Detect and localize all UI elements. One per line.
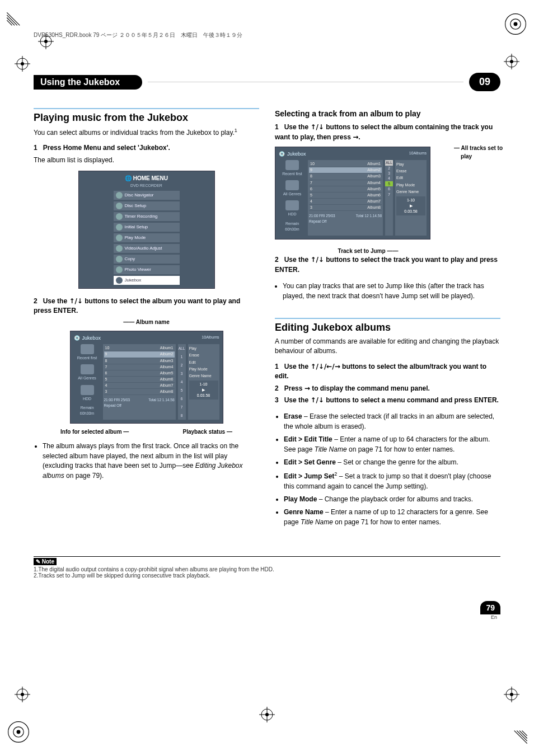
step-2-left: 2 Use the ↑/↓ buttons to select the albu… bbox=[34, 297, 259, 316]
right-column: Selecting a track from an album to play … bbox=[275, 108, 500, 534]
right-step-2: 2 Use the ↑/↓ buttons to select the trac… bbox=[275, 255, 500, 275]
play-icon: ▶ bbox=[202, 388, 205, 392]
right-step-1: 1 Use the ↑/↓ buttons to select the albu… bbox=[275, 123, 500, 142]
genre-icon bbox=[285, 180, 299, 190]
footnote-2: 2.Tracks set to Jump will be skipped dur… bbox=[34, 572, 500, 579]
setup-icon bbox=[116, 224, 123, 231]
book-header-line: DVR530HS_RDR.book 79 ページ ２００５年５月２６日 木曜日 … bbox=[0, 0, 534, 39]
cmd-set-genre: Edit > Set Genre – Set or change the gen… bbox=[284, 458, 500, 467]
printer-mark-icon bbox=[503, 11, 528, 37]
up-down-arrows-icon: ↑/↓ bbox=[69, 297, 83, 305]
cmd-edit-title: Edit > Edit Title – Enter a name of up t… bbox=[284, 435, 500, 454]
edit-step-1: 1 Use the ↑/↓/←/→ buttons to select the … bbox=[275, 362, 500, 382]
track-number-column: ALL 1 2 3 4 5 6 7 8 bbox=[178, 344, 186, 420]
play-icon: ▶ bbox=[410, 204, 413, 208]
cmd-play-mode: Play Mode – Change the playback order fo… bbox=[284, 495, 500, 504]
subsection-selecting-track: Selecting a track from an album to play bbox=[275, 108, 500, 119]
timer-icon bbox=[116, 213, 123, 220]
edit-step-3: 3 Use the ↑/↓ buttons to select a menu c… bbox=[275, 396, 500, 405]
svg-point-2 bbox=[514, 22, 518, 26]
thumbnail-icon bbox=[81, 344, 94, 354]
section-heading-editing: Editing Jukebox albums bbox=[275, 320, 500, 335]
home-menu-item[interactable]: Photo Viewer bbox=[114, 265, 180, 274]
cmd-erase: Erase – Erase the selected track (if all… bbox=[284, 412, 500, 431]
jukebox-album-screenshot: 💿 Jukebox 10Albums Recent first All Genr… bbox=[70, 331, 223, 424]
home-menu-item[interactable]: Copy bbox=[114, 255, 180, 264]
all-tracks-label: — All tracks set to play bbox=[454, 144, 503, 161]
side-hdd: HDD bbox=[74, 385, 101, 402]
side-all-genres[interactable]: All Genres bbox=[74, 364, 101, 381]
disc-icon bbox=[116, 192, 123, 199]
photo-viewer-icon bbox=[116, 266, 123, 273]
genre-icon bbox=[81, 364, 94, 374]
side-recent-first[interactable]: Recent first bbox=[279, 160, 306, 177]
note-section: Note 1.The digital audio output contains… bbox=[34, 556, 500, 579]
thumbnail-icon bbox=[285, 160, 299, 170]
playback-status-box: 1-10 ▶ 0.03.58 bbox=[189, 381, 218, 400]
up-down-arrows-icon: ↑/↓ bbox=[310, 256, 324, 264]
disc-icon: 💿 bbox=[279, 151, 285, 158]
side-all-genres[interactable]: All Genres bbox=[279, 180, 306, 197]
step-1-left: 1 Press Home Menu and select 'Jukebox'. bbox=[34, 143, 259, 153]
edit-step-2: 2 Press → to display the command menu pa… bbox=[275, 384, 500, 393]
cmd-jump-set: Edit > Jump Set2 – Set a track to jump s… bbox=[284, 471, 500, 491]
page-number: 79 bbox=[480, 601, 500, 614]
up-down-arrows-icon: ↑/↓ bbox=[310, 123, 324, 131]
left-column: Playing music from the Jukebox You can s… bbox=[34, 108, 259, 534]
album-list[interactable]: 10Album1 9Album2 8Album3 7Album4 6Album5… bbox=[308, 160, 383, 236]
up-down-arrows-icon: ↑/↓ bbox=[310, 396, 324, 404]
page-language: En bbox=[34, 614, 500, 620]
chapter-title: Using the Jukebox bbox=[34, 75, 142, 90]
command-menu[interactable]: Play Erase Edit Play Mode Genre Name 1-1… bbox=[395, 160, 427, 236]
step-1-left-after: The album list is displayed. bbox=[34, 156, 259, 165]
home-menu-item[interactable]: Initial Setup bbox=[114, 223, 180, 232]
all-arrows-icon: ↑/↓/←/→ bbox=[310, 363, 340, 370]
album-name-caption: —— Album name bbox=[34, 318, 259, 327]
hdd-icon bbox=[285, 200, 299, 210]
intro-text: You can select albums or individual trac… bbox=[34, 127, 259, 138]
editing-intro: A number of commands are available for e… bbox=[275, 337, 500, 356]
footnote-1: 1.The digital audio output contains a co… bbox=[34, 566, 500, 572]
chapter-number: 09 bbox=[469, 73, 500, 91]
chapter-title-bar: Using the Jukebox 09 bbox=[34, 73, 500, 91]
jump-track-highlight: 5 bbox=[385, 181, 393, 186]
jukebox-icon bbox=[116, 277, 123, 284]
left-bullet-1: The album always plays from the first tr… bbox=[43, 442, 259, 481]
copy-icon bbox=[116, 256, 123, 262]
right-sub-bullet: You can play tracks that are set to Jump… bbox=[283, 281, 500, 301]
printer-mark-icon bbox=[6, 11, 31, 37]
home-menu-item[interactable]: Timer Recording bbox=[114, 212, 180, 221]
right-arrow-icon: → bbox=[353, 133, 358, 141]
av-adjust-icon bbox=[116, 245, 123, 252]
note-label: Note bbox=[34, 558, 57, 565]
page-number-block: 79 En bbox=[34, 601, 500, 620]
home-menu-screenshot: 🌐 HOME MENU DVD RECORDER Disc Navigator … bbox=[78, 171, 215, 289]
jukebox-track-screenshot: 💿 Jukebox 10Albums Recent first All Genr… bbox=[275, 147, 430, 240]
command-menu[interactable]: Play Erase Edit Play Mode Genre Name 1-1… bbox=[188, 344, 219, 420]
book-header-text: DVR530HS_RDR.book 79 ページ ２００５年５月２６日 木曜日 … bbox=[34, 31, 242, 39]
hdd-icon bbox=[81, 385, 94, 395]
home-menu-item-selected[interactable]: Jukebox bbox=[114, 276, 180, 285]
album-list[interactable]: 10Album1 9Album2 8Album3 7Album4 6Album5… bbox=[103, 344, 176, 420]
disc-icon: 💿 bbox=[74, 335, 80, 342]
section-heading-playing: Playing music from the Jukebox bbox=[34, 110, 259, 125]
disc-setup-icon bbox=[116, 203, 123, 209]
home-menu-item[interactable]: Disc Setup bbox=[114, 201, 180, 210]
right-arrow-icon: → bbox=[305, 384, 310, 392]
side-recent-first[interactable]: Recent first bbox=[74, 344, 101, 361]
track-set-to-jump-label: Track set to Jump —— bbox=[275, 247, 461, 256]
side-hdd: HDD bbox=[279, 200, 306, 217]
home-menu-item[interactable]: Play Mode bbox=[114, 233, 180, 242]
home-menu-item[interactable]: Video/Audio Adjust bbox=[114, 244, 180, 253]
playback-status-box: 1-10 ▶ 0.03.58 bbox=[396, 196, 425, 215]
side-remain: Remain60h30m bbox=[74, 405, 101, 416]
play-mode-icon bbox=[116, 234, 123, 241]
bottom-captions: Info for selected album — Playback statu… bbox=[34, 428, 259, 436]
home-menu-item[interactable]: Disc Navigator bbox=[114, 191, 180, 200]
track-number-column[interactable]: ALL 2 3 4 5 6 7 bbox=[385, 160, 393, 236]
cmd-genre-name: Genre Name – Enter a name of up to 12 ch… bbox=[284, 508, 500, 527]
side-remain: Remain60h30m bbox=[279, 221, 306, 232]
